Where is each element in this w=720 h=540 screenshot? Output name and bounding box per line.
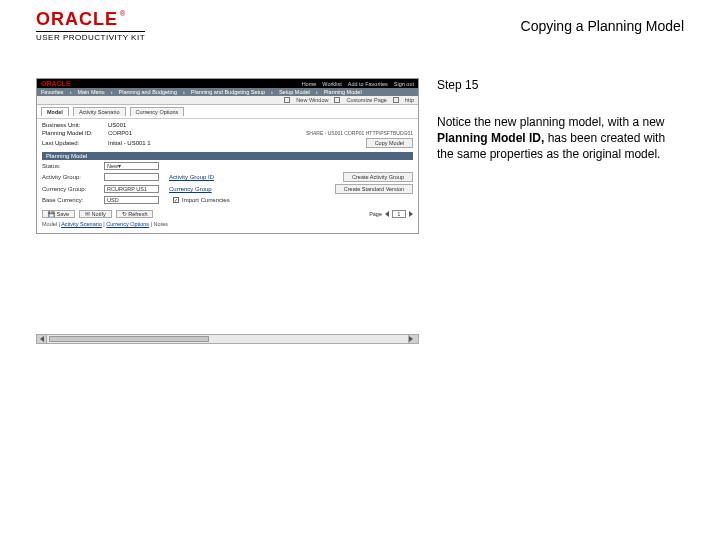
next-page-icon[interactable] [409, 211, 413, 217]
chevron-right-icon [409, 336, 418, 342]
section-header: Planning Model [42, 152, 413, 160]
import-currencies-label: Import Currencies [182, 197, 230, 203]
pmid-label: Planning Model ID: [42, 130, 100, 136]
app-top-links: Home Worklist Add to Favorites Sign out [302, 81, 414, 87]
app-content: Business Unit: US001 Planning Model ID: … [37, 119, 418, 233]
page-label: Page [369, 211, 382, 217]
app-brand: ORACLE [41, 80, 71, 87]
page-footer: 💾 Save ✉ Notify ↻ Refresh Page 1 [42, 210, 413, 218]
instruction-panel: Step 15 Notice the new planning model, w… [437, 78, 684, 344]
refresh-button[interactable]: ↻ Refresh [116, 210, 154, 218]
bu-label: Business Unit: [42, 122, 100, 128]
page-tabs: Model Activity Scenario Currency Options [37, 105, 418, 119]
crumb[interactable]: Favorites [41, 89, 64, 95]
breadcrumb-bar: Favorites› Main Menu› Planning and Budge… [37, 88, 418, 96]
home-link[interactable]: Home [302, 81, 317, 87]
customize-page-link[interactable]: Customize Page [346, 97, 386, 103]
import-currencies-checkbox[interactable] [173, 197, 179, 203]
activity-group-label: Activity Group: [42, 174, 100, 180]
currency-group-input[interactable]: RCURGRP US1 [104, 185, 159, 193]
activity-group-input[interactable] [104, 173, 159, 181]
help-link[interactable]: http [405, 97, 414, 103]
notify-button[interactable]: ✉ Notify [79, 210, 112, 218]
lastupdated-label: Last Updated: [42, 140, 100, 146]
create-activity-group-button[interactable]: Create Activity Group [343, 172, 413, 182]
favorites-link[interactable]: Add to Favorites [348, 81, 388, 87]
pmid-extra: SHARE - US001 CORP01 HTTP\PSFTBUDG01 [306, 130, 413, 136]
step-label: Step 15 [437, 78, 684, 92]
currency-group-link[interactable]: Currency Group [169, 186, 212, 192]
copy-model-button[interactable]: Copy Model [366, 138, 413, 148]
crumb[interactable]: Main Menu [77, 89, 104, 95]
link-currency-options[interactable]: Currency Options [106, 221, 149, 227]
crumb[interactable]: Planning and Budgeting [119, 89, 177, 95]
signout-link[interactable]: Sign out [394, 81, 414, 87]
status-label: Status: [42, 163, 100, 169]
pager: Page 1 [369, 210, 413, 218]
lastupdated-value: Initial - US001 1 [108, 140, 151, 146]
save-button[interactable]: 💾 Save [42, 210, 75, 218]
scroll-track[interactable] [47, 335, 408, 343]
tab-currency-options[interactable]: Currency Options [130, 107, 185, 116]
crumb[interactable]: Setup Model [279, 89, 310, 95]
chevron-left-icon [40, 336, 44, 342]
link-activity-scenario[interactable]: Activity Scenario [61, 221, 102, 227]
upk-label: USER PRODUCTIVITY KIT [36, 31, 145, 42]
crumb[interactable]: Planning and Budgeting Setup [191, 89, 265, 95]
newwindow-icon[interactable] [284, 97, 290, 103]
pmid-value: CORP01 [108, 130, 132, 136]
bu-value: US001 [108, 122, 126, 128]
base-currency-label: Base Currency: [42, 197, 100, 203]
crumb[interactable]: Planning Model [324, 89, 362, 95]
utility-bar: New Window Customize Page http [37, 96, 418, 105]
bottom-links: Model | Activity Scenario | Currency Opt… [42, 221, 413, 227]
scroll-thumb[interactable] [49, 336, 209, 342]
oracle-logo: ORACLE [36, 9, 118, 29]
scroll-right-button[interactable] [408, 335, 418, 343]
tab-model[interactable]: Model [41, 107, 69, 116]
worklist-link[interactable]: Worklist [322, 81, 341, 87]
page-input[interactable]: 1 [392, 210, 406, 218]
registered-icon: ® [120, 10, 125, 17]
prev-page-icon[interactable] [385, 211, 389, 217]
new-window-link[interactable]: New Window [296, 97, 328, 103]
help-icon[interactable] [393, 97, 399, 103]
logo-block: ORACLE® USER PRODUCTIVITY KIT [36, 10, 145, 42]
custpage-icon[interactable] [334, 97, 340, 103]
app-screenshot: ORACLE Home Worklist Add to Favorites Si… [36, 78, 419, 234]
status-select[interactable]: New ▾ [104, 162, 159, 170]
create-standard-version-button[interactable]: Create Standard Version [335, 184, 413, 194]
page-title: Copying a Planning Model [521, 18, 684, 34]
scroll-left-button[interactable] [37, 335, 47, 343]
app-topbar: ORACLE Home Worklist Add to Favorites Si… [37, 79, 418, 88]
tab-activity-scenario[interactable]: Activity Scenario [73, 107, 126, 116]
activity-group-link[interactable]: Activity Group ID [169, 174, 214, 180]
currency-group-label: Currency Group: [42, 186, 100, 192]
horizontal-scrollbar[interactable] [36, 334, 419, 344]
instruction-text: Notice the new planning model, with a ne… [437, 114, 684, 163]
base-currency-input[interactable]: USD [104, 196, 159, 204]
